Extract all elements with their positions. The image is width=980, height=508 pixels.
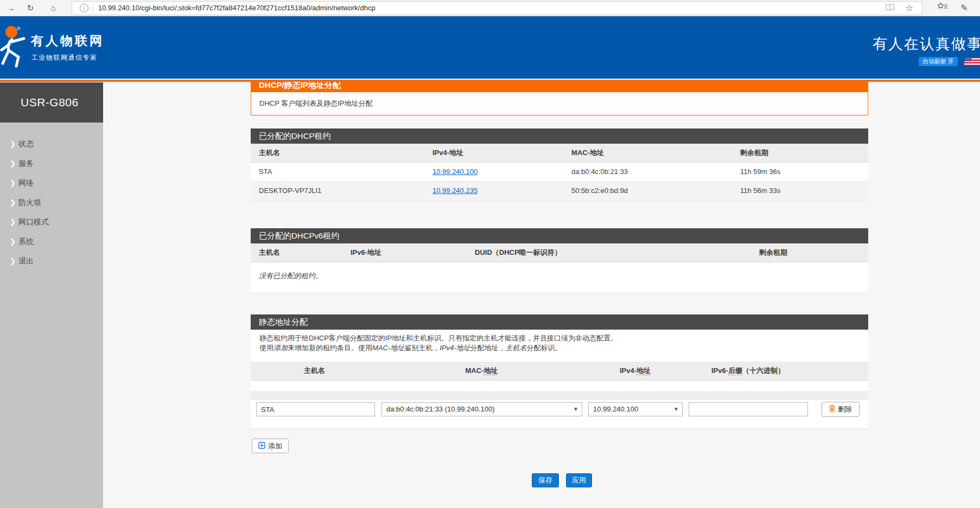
page-title: DHCP/静态IP地址分配	[251, 82, 868, 92]
static-leases-section: 静态地址分配 静态租约用于给DHCP客户端分配固定的IP地址和主机标识。只有指定…	[251, 314, 868, 429]
add-label: 添加	[268, 441, 282, 451]
ipv4-link[interactable]: 10.99.240.235	[432, 187, 478, 195]
col-mac: MAC-地址	[378, 362, 585, 380]
empty-leases-text: 没有已分配的租约。	[251, 262, 868, 281]
table-row: DESKTOP-VP7JLI1 10.99.240.235 50:5b:c2:e…	[251, 182, 868, 201]
screen: → ↻ ⌂ i 10.99.240.10/cgi-bin/luci/;stok=…	[0, 0, 980, 508]
col-ipv4: IPv4-地址	[424, 144, 563, 162]
cell-mac: 50:5b:c2:e0:bd:9d	[563, 182, 732, 201]
reading-view-icon[interactable]	[884, 3, 896, 14]
chevron-right-icon: ❯	[10, 252, 18, 271]
table-row: STA 10.99.240.100 da:b0:4c:0b:21:33 11h …	[251, 163, 868, 182]
dhcpv6-leases-section: 已分配的DHCPv6租约 主机名 IPv6-地址 DUID（DHCP唯一标识符）…	[251, 228, 868, 293]
cell-lease: 11h 56m 33s	[732, 182, 868, 201]
delete-label: 删除	[838, 404, 852, 414]
chevron-right-icon: ❯	[10, 154, 18, 173]
brand-subtitle: 工业物联网通信专家	[31, 53, 98, 62]
cell-ipv4: 10.99.240.100	[424, 163, 563, 181]
ipv6-suffix-input[interactable]	[689, 402, 808, 416]
empty-leases-row: 没有已分配的租约。	[251, 262, 868, 293]
apply-button[interactable]: 应用	[566, 473, 592, 487]
cell-hostname: STA	[251, 163, 424, 181]
delete-button[interactable]: 删除	[822, 402, 860, 417]
add-button[interactable]: 添加	[252, 439, 289, 453]
save-button[interactable]: 保存	[532, 473, 559, 487]
dhcp-leases-header-row: 主机名 IPv4-地址 MAC-地址 剩余租期	[251, 144, 868, 163]
site-info-icon[interactable]: i	[80, 4, 88, 12]
chevron-right-icon: ❯	[10, 193, 18, 213]
page-subtitle-box: DHCP 客户端列表及静态IP地址分配	[251, 92, 868, 115]
page-title-bar: DHCP/静态IP地址分配	[251, 82, 868, 92]
col-mac: MAC-地址	[563, 144, 732, 162]
chevron-right-icon: ❯	[10, 232, 18, 252]
col-ipv6-suffix: IPv6-后缀（十六进制）	[685, 362, 811, 380]
refresh-icon[interactable]: ↻	[24, 2, 37, 14]
static-leases-spacer-row	[251, 381, 868, 392]
static-leases-header-row: 主机名 MAC-地址 IPv4-地址 IPv6-后缀（十六进制）	[251, 362, 868, 381]
forward-icon[interactable]: →	[4, 2, 17, 14]
sidebar-item-network[interactable]: ❯网络	[0, 173, 103, 192]
auto-refresh-toggle[interactable]: 自动刷新 开	[919, 57, 958, 66]
cell-mac: da:b0:4c:0b:21:33	[563, 163, 732, 181]
sidebar-item-system[interactable]: ❯系统	[0, 232, 103, 251]
description-line2: 使用添加来增加新的租约条目。使用MAC-地址鉴别主机，IPv4-地址分配地址，主…	[259, 343, 868, 353]
web-note-icon[interactable]: ✎	[958, 2, 971, 14]
static-leases-title: 静态地址分配	[251, 314, 868, 330]
address-bar[interactable]: i 10.99.240.10/cgi-bin/luci/;stok=fd77c7…	[72, 1, 922, 15]
sidebar-item-services[interactable]: ❯服务	[0, 153, 103, 173]
header-slogan: 有人在认真做事	[873, 34, 980, 54]
url-text[interactable]: 10.99.240.10/cgi-bin/luci/;stok=fd77c7f2…	[98, 2, 376, 15]
description-line1: 静态租约用于给DHCP客户端分配固定的IP地址和主机标识。只有指定的主机才能连接…	[259, 333, 868, 343]
col-lease: 剩余租期	[751, 243, 868, 262]
trash-icon	[829, 405, 835, 414]
col-ipv6: IPv6-地址	[342, 243, 467, 262]
chevron-down-icon: ▼	[573, 403, 578, 416]
browser-toolbar: → ↻ ⌂ i 10.99.240.10/cgi-bin/luci/;stok=…	[0, 0, 980, 16]
favorites-list-icon[interactable]	[936, 2, 949, 14]
us-flag-icon[interactable]	[964, 57, 980, 68]
cell-ipv4: 10.99.240.235	[424, 182, 563, 201]
cell-hostname: DESKTOP-VP7JLI1	[251, 182, 424, 201]
col-ipv4: IPv4-地址	[585, 362, 685, 380]
col-hostname: 主机名	[251, 362, 378, 380]
hostname-input[interactable]	[256, 402, 375, 416]
favorite-star-icon[interactable]: ☆	[903, 3, 915, 14]
device-model-panel: USR-G806	[0, 82, 103, 123]
col-hostname: 主机名	[251, 144, 424, 162]
sidebar-menu: ❯状态 ❯服务 ❯网络 ❯防火墙 ❯网口模式 ❯系统 ❯退出	[0, 123, 103, 508]
static-lease-entry-row: da:b0:4c:0b:21:33 (10.99.240.100) ▼ 10.9…	[251, 400, 868, 429]
ipv4-select[interactable]: 10.99.240.100 ▼	[588, 402, 683, 416]
page-subtitle: DHCP 客户端列表及静态IP地址分配	[251, 92, 868, 114]
dhcp-leases-title: 已分配的DHCP租约	[251, 128, 868, 144]
registered-mark: ®	[17, 26, 21, 31]
add-icon	[258, 442, 265, 451]
chevron-down-icon: ▼	[673, 403, 679, 416]
mac-select[interactable]: da:b0:4c:0b:21:33 (10.99.240.100) ▼	[381, 402, 582, 416]
dhcpv6-leases-header-row: 主机名 IPv6-地址 DUID（DHCP唯一标识符） 剩余租期	[251, 243, 868, 262]
sidebar-item-firewall[interactable]: ❯防火墙	[0, 192, 103, 212]
col-duid: DUID（DHCP唯一标识符）	[467, 243, 751, 262]
sidebar-item-port-mode[interactable]: ❯网口模式	[0, 212, 103, 232]
dhcp-leases-section: 已分配的DHCP租约 主机名 IPv4-地址 MAC-地址 剩余租期 STA 1…	[251, 128, 868, 201]
static-leases-divider-row	[251, 392, 868, 400]
divider	[93, 4, 93, 12]
device-model: USR-G806	[21, 96, 79, 109]
chevron-right-icon: ❯	[10, 213, 18, 232]
home-icon[interactable]: ⌂	[47, 2, 60, 14]
col-hostname: 主机名	[251, 243, 342, 262]
dhcpv6-leases-title: 已分配的DHCPv6租约	[251, 228, 868, 243]
sidebar-item-status[interactable]: ❯状态	[0, 134, 103, 153]
static-leases-description: 静态租约用于给DHCP客户端分配固定的IP地址和主机标识。只有指定的主机才能连接…	[251, 330, 868, 362]
chevron-right-icon: ❯	[10, 134, 18, 154]
brand-title: 有人物联网	[31, 33, 104, 49]
chevron-right-icon: ❯	[10, 173, 18, 193]
ipv4-link[interactable]: 10.99.240.100	[432, 168, 478, 176]
col-actions	[811, 362, 868, 380]
sidebar-item-logout[interactable]: ❯退出	[0, 251, 103, 271]
site-header: ® 有人物联网 工业物联网通信专家 有人在认真做事 自动刷新 开	[0, 16, 980, 79]
col-lease: 剩余租期	[732, 144, 868, 162]
cell-lease: 11h 59m 36s	[732, 163, 868, 181]
